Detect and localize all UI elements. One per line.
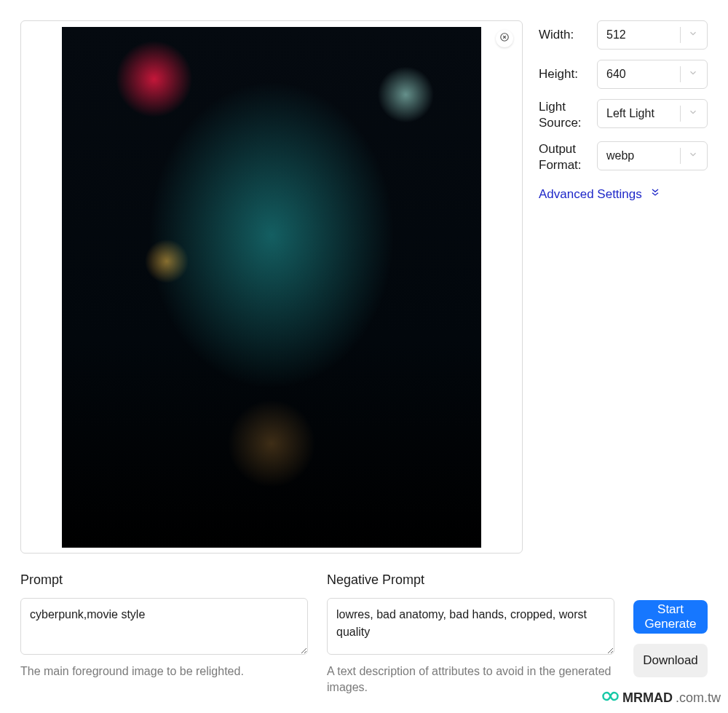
width-select[interactable]: 512 bbox=[597, 20, 708, 50]
preview-image bbox=[62, 27, 481, 548]
chevron-down-icon bbox=[688, 149, 698, 162]
prompt-label: Prompt bbox=[20, 572, 308, 588]
light-source-value: Left Light bbox=[606, 107, 677, 120]
watermark-domain: .com.tw bbox=[676, 690, 721, 706]
width-label: Width: bbox=[539, 27, 588, 43]
light-source-select[interactable]: Left Light bbox=[597, 99, 708, 128]
chevron-down-icon bbox=[688, 68, 698, 81]
negative-prompt-label: Negative Prompt bbox=[327, 572, 614, 588]
settings-panel: Width: 512 Height: 640 Light Source: bbox=[539, 20, 708, 202]
advanced-settings-label: Advanced Settings bbox=[539, 187, 642, 202]
height-value: 640 bbox=[606, 68, 677, 81]
output-format-select[interactable]: webp bbox=[597, 141, 708, 170]
image-preview-panel bbox=[20, 20, 523, 554]
chevron-down-icon bbox=[688, 107, 698, 120]
close-icon bbox=[499, 32, 510, 45]
width-value: 512 bbox=[606, 28, 677, 42]
double-chevron-down-icon bbox=[649, 186, 661, 202]
download-button[interactable]: Download bbox=[633, 644, 708, 677]
start-generate-button[interactable]: Start Generate bbox=[633, 600, 708, 634]
height-select[interactable]: 640 bbox=[597, 60, 708, 89]
prompt-hint: The main foreground image to be relighte… bbox=[20, 663, 308, 679]
height-label: Height: bbox=[539, 66, 588, 82]
negative-prompt-hint: A text description of attributes to avoi… bbox=[327, 663, 614, 696]
infinity-icon bbox=[598, 689, 620, 707]
prompt-input[interactable] bbox=[20, 598, 308, 655]
advanced-settings-toggle[interactable]: Advanced Settings bbox=[539, 186, 708, 202]
output-format-value: webp bbox=[606, 149, 677, 162]
watermark: MRMAD.com.tw bbox=[598, 689, 721, 707]
chevron-down-icon bbox=[688, 28, 698, 42]
negative-prompt-input[interactable] bbox=[327, 598, 614, 655]
remove-image-button[interactable] bbox=[496, 30, 513, 47]
light-source-label: Light Source: bbox=[539, 99, 588, 131]
output-format-label: Output Format: bbox=[539, 141, 588, 173]
watermark-brand: MRMAD bbox=[622, 690, 673, 706]
